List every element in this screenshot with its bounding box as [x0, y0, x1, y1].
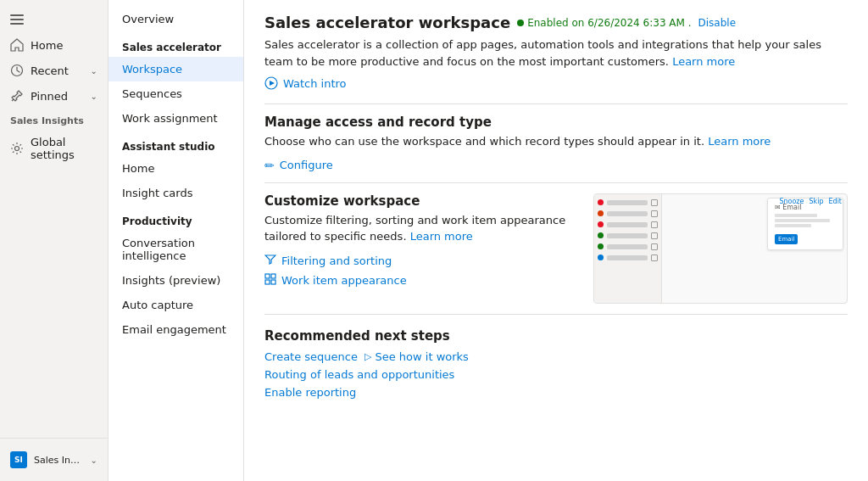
preview-skip: Skip	[809, 198, 823, 205]
bottom-label: Sales Insights sett...	[34, 455, 84, 466]
routing-row: Routing of leads and opportunities	[264, 368, 848, 381]
customize-text: Customize workspace Customize filtering,…	[264, 193, 580, 293]
grid-icon	[264, 273, 276, 288]
see-how-button[interactable]: ▷ See how it works	[364, 350, 469, 363]
play-icon	[264, 76, 278, 90]
hamburger-icon	[10, 13, 24, 26]
preview-list-item-1	[598, 199, 658, 206]
watch-intro-button[interactable]: Watch intro	[264, 76, 848, 90]
svg-rect-9	[271, 274, 275, 278]
svg-rect-1	[10, 19, 24, 20]
page-title-row: Sales accelerator workspace Enabled on 6…	[264, 14, 848, 31]
preview-list-item-4	[598, 232, 658, 239]
svg-marker-7	[270, 81, 275, 86]
preview-edit: Edit	[829, 198, 843, 205]
middle-nav-conversation-intelligence[interactable]: Conversation intelligence	[108, 231, 243, 268]
enable-reporting-link[interactable]: Enable reporting	[264, 386, 356, 399]
middle-nav-insights-preview[interactable]: Insights (preview)	[108, 268, 243, 293]
customize-preview: Snooze Skip Edit	[593, 193, 848, 304]
middle-nav-sequences[interactable]: Sequences	[108, 81, 243, 106]
divider-1	[264, 103, 848, 104]
manage-access-learn-more-link[interactable]: Learn more	[708, 135, 771, 148]
productivity-section-label: Productivity	[108, 205, 243, 231]
enabled-badge: Enabled on 6/26/2024 6:33 AM .	[517, 17, 691, 29]
preview-email-lines	[775, 214, 836, 227]
nav-home-label: Home	[31, 39, 63, 52]
divider-3	[264, 314, 848, 315]
configure-label: Configure	[280, 159, 333, 171]
recent-chevron-icon: ⌄	[91, 66, 97, 76]
bottom-sales-insights[interactable]: SI Sales Insights sett... ⌄	[0, 445, 108, 474]
svg-rect-2	[10, 23, 24, 25]
see-how-label: See how it works	[375, 350, 468, 363]
middle-nav-assistant-home[interactable]: Home	[108, 156, 243, 181]
nav-global-settings-label: Global settings	[31, 136, 97, 161]
svg-rect-8	[265, 274, 270, 278]
sales-accelerator-section-label: Sales accelerator	[108, 31, 243, 57]
enable-reporting-row: Enable reporting	[264, 386, 848, 399]
recommended-section: Recommended next steps Create sequence ▷…	[264, 328, 848, 399]
customize-section: Customize workspace Customize filtering,…	[264, 193, 848, 304]
description-learn-more-link[interactable]: Learn more	[672, 55, 735, 68]
bottom-chevron-icon: ⌄	[91, 456, 97, 465]
nav-pinned[interactable]: Pinned ⌄	[0, 83, 108, 109]
assistant-studio-section-label: Assistant studio	[108, 131, 243, 156]
nav-global-settings[interactable]: Global settings	[0, 130, 108, 167]
recent-icon	[10, 64, 24, 77]
preview-right: ✉ Email Email	[662, 194, 847, 303]
preview-list-item-3	[598, 221, 658, 228]
middle-nav-workspace[interactable]: Workspace	[108, 57, 243, 81]
si-avatar: SI	[10, 451, 27, 468]
main-content: Sales accelerator workspace Enabled on 6…	[244, 0, 868, 481]
filtering-sorting-label: Filtering and sorting	[281, 254, 392, 267]
divider-2	[264, 182, 848, 183]
status-dot	[517, 20, 524, 26]
filtering-sorting-link[interactable]: Filtering and sorting	[264, 254, 580, 268]
preview-list-item-2	[598, 210, 658, 217]
customize-desc: Customize filtering, sorting and work it…	[264, 212, 580, 245]
preview-email-card: ✉ Email Email	[767, 198, 843, 250]
customize-learn-more-link[interactable]: Learn more	[410, 230, 473, 243]
preview-email-button: Email	[775, 234, 798, 244]
enabled-text: Enabled on 6/26/2024 6:33 AM .	[527, 17, 691, 29]
svg-point-5	[15, 147, 19, 151]
preview-list-item-5	[598, 243, 658, 250]
nav-hamburger[interactable]	[0, 7, 108, 32]
manage-access-title: Manage access and record type	[264, 115, 848, 130]
create-sequence-row: Create sequence ▷ See how it works	[264, 350, 848, 363]
middle-nav-email-engagement[interactable]: Email engagement	[108, 317, 243, 342]
svg-rect-0	[10, 14, 24, 16]
work-item-link[interactable]: Work item appearance	[264, 273, 580, 288]
pin-icon	[10, 89, 24, 103]
middle-nav-insight-cards[interactable]: Insight cards	[108, 181, 243, 205]
preview-inner: ✉ Email Email	[594, 194, 847, 303]
configure-button[interactable]: ✏️ Configure	[264, 159, 848, 172]
work-item-label: Work item appearance	[281, 274, 407, 287]
middle-nav-auto-capture[interactable]: Auto capture	[108, 293, 243, 317]
watch-intro-label: Watch intro	[283, 77, 347, 90]
disable-link[interactable]: Disable	[698, 17, 737, 29]
page-description: Sales accelerator is a collection of app…	[264, 36, 848, 70]
preview-list-item-6	[598, 254, 658, 261]
svg-line-4	[12, 99, 14, 101]
middle-nav-overview[interactable]: Overview	[108, 7, 243, 31]
routing-link[interactable]: Routing of leads and opportunities	[264, 368, 454, 381]
nav-home[interactable]: Home	[0, 32, 108, 58]
left-navigation: Home Recent ⌄ Pinned ⌄ Sales Insights Gl…	[0, 0, 108, 481]
preview-header: Snooze Skip Edit	[779, 198, 842, 205]
pencil-icon: ✏️	[264, 159, 275, 172]
manage-access-desc: Choose who can use the workspace and whi…	[264, 133, 773, 150]
small-play-icon: ▷	[364, 351, 371, 362]
nav-pinned-label: Pinned	[31, 90, 68, 103]
svg-rect-11	[271, 280, 275, 284]
middle-nav-work-assignment[interactable]: Work assignment	[108, 106, 243, 131]
pinned-chevron-icon: ⌄	[91, 92, 97, 101]
global-settings-icon	[10, 142, 24, 155]
preview-snooze: Snooze	[779, 198, 804, 205]
filter-icon	[264, 254, 276, 268]
nav-recent[interactable]: Recent ⌄	[0, 58, 108, 83]
manage-access-section: Manage access and record type Choose who…	[264, 115, 848, 172]
svg-rect-10	[265, 280, 270, 284]
nav-recent-label: Recent	[31, 64, 69, 77]
create-sequence-link[interactable]: Create sequence	[264, 350, 358, 363]
